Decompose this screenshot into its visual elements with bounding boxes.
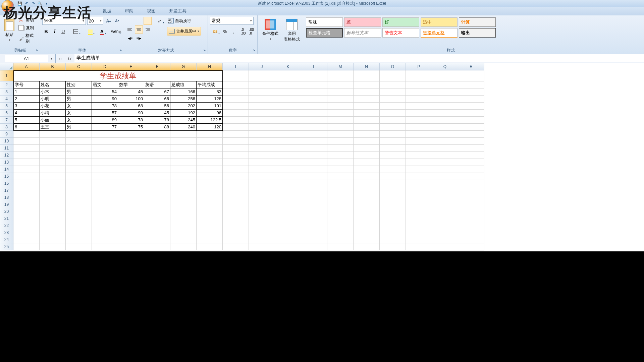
number-format-combo[interactable]: 常规▾ (210, 17, 254, 25)
column-header-J[interactable]: J (249, 63, 275, 70)
tab-data[interactable]: 数据 (101, 7, 113, 15)
number-dialog-launcher[interactable]: ⬊ (252, 49, 257, 53)
row-header-11[interactable]: 11 (0, 145, 13, 152)
column-header-Q[interactable]: Q (432, 63, 458, 70)
table-header-cell[interactable]: 性别 (66, 81, 92, 88)
style-normal[interactable]: 常规 (306, 17, 343, 27)
row-header-18[interactable]: 18 (0, 194, 13, 201)
table-cell[interactable]: 245 (170, 117, 197, 124)
table-header-cell[interactable]: 语文 (92, 81, 118, 88)
column-header-N[interactable]: N (354, 63, 380, 70)
align-left-button[interactable] (126, 25, 134, 34)
table-cell[interactable]: 78 (144, 117, 170, 124)
table-cell[interactable]: 78 (92, 103, 118, 110)
comma-button[interactable]: , (229, 27, 237, 36)
align-middle-button[interactable] (135, 17, 143, 25)
row-header-17[interactable]: 17 (0, 187, 13, 194)
table-title-cell[interactable]: 学生成绩单 (13, 70, 223, 81)
style-linked-cell[interactable]: 链接单元格 (421, 28, 458, 38)
align-bottom-button[interactable] (144, 17, 152, 25)
underline-button[interactable]: U (59, 27, 67, 36)
column-header-H[interactable]: H (197, 63, 223, 70)
row-header-20[interactable]: 20 (0, 208, 13, 215)
table-header-cell[interactable]: 学号 (13, 81, 40, 88)
row-header-9[interactable]: 9 (0, 131, 13, 138)
style-neutral[interactable]: 适中 (421, 17, 458, 27)
table-cell[interactable]: 101 (197, 103, 223, 110)
style-check-cell[interactable]: 检查单元格 (306, 28, 343, 38)
style-calculation[interactable]: 计算 (459, 17, 496, 27)
table-cell[interactable]: 192 (170, 110, 197, 117)
table-cell[interactable]: 小明 (40, 96, 66, 103)
table-cell[interactable]: 120 (197, 124, 223, 131)
table-cell[interactable]: 78 (118, 117, 144, 124)
copy-button[interactable]: 复制 (18, 24, 38, 32)
table-cell[interactable]: 96 (197, 110, 223, 117)
alignment-dialog-launcher[interactable]: ⬊ (202, 49, 207, 53)
row-header-24[interactable]: 24 (0, 236, 13, 243)
decrease-indent-button[interactable]: ◀≡ (126, 34, 134, 42)
table-cell[interactable]: 45 (118, 88, 144, 96)
font-color-button[interactable]: A (96, 27, 107, 36)
table-cell[interactable]: 6 (13, 124, 40, 131)
column-header-C[interactable]: C (66, 63, 92, 70)
column-header-B[interactable]: B (40, 63, 66, 70)
table-cell[interactable]: 女 (66, 117, 92, 124)
border-button[interactable] (70, 27, 82, 36)
table-cell[interactable]: 83 (197, 88, 223, 96)
fill-handle[interactable] (222, 130, 224, 132)
table-cell[interactable]: 202 (170, 103, 197, 110)
column-header-I[interactable]: I (223, 63, 249, 70)
row-header-16[interactable]: 16 (0, 180, 13, 187)
column-header-R[interactable]: R (458, 63, 484, 70)
table-header-cell[interactable]: 姓名 (40, 81, 66, 88)
column-header-L[interactable]: L (301, 63, 327, 70)
table-header-cell[interactable]: 英语 (144, 81, 170, 88)
clipboard-dialog-launcher[interactable]: ⬊ (35, 49, 39, 53)
conditional-format-button[interactable]: 条件格式 ▾ (260, 17, 280, 42)
table-cell[interactable]: 小丽 (40, 117, 66, 124)
style-warning[interactable]: 警告文本 (382, 28, 419, 38)
row-header-1[interactable]: 1 (0, 70, 13, 81)
table-cell[interactable]: 166 (170, 88, 197, 96)
table-cell[interactable]: 2 (13, 96, 40, 103)
row-header-2[interactable]: 2 (0, 81, 13, 88)
style-good[interactable]: 好 (382, 17, 419, 27)
table-cell[interactable]: 1 (13, 88, 40, 96)
tab-view[interactable]: 视图 (145, 7, 158, 15)
fx-icon[interactable]: fx (65, 56, 74, 61)
row-header-14[interactable]: 14 (0, 166, 13, 173)
column-header-E[interactable]: E (118, 63, 144, 70)
table-cell[interactable]: 67 (144, 88, 170, 96)
decrease-decimal-button[interactable]: .00.0 (248, 27, 255, 36)
align-center-button[interactable] (135, 25, 143, 34)
row-header-5[interactable]: 5 (0, 103, 13, 110)
table-cell[interactable]: 122.5 (197, 117, 223, 124)
table-cell[interactable]: 54 (92, 88, 118, 96)
table-cell[interactable]: 75 (118, 124, 144, 131)
column-header-P[interactable]: P (406, 63, 432, 70)
table-cell[interactable]: 90 (118, 110, 144, 117)
tab-developer[interactable]: 开发工具 (167, 7, 189, 15)
name-box-input[interactable] (5, 55, 48, 62)
increase-decimal-button[interactable]: .0.00 (239, 27, 247, 36)
grow-font-button[interactable]: A▴ (105, 17, 112, 25)
row-header-22[interactable]: 22 (0, 222, 13, 229)
column-header-A[interactable]: A (13, 63, 40, 70)
style-bad[interactable]: 差 (344, 17, 381, 27)
row-header-7[interactable]: 7 (0, 117, 13, 124)
table-cell[interactable]: 57 (92, 110, 118, 117)
row-header-8[interactable]: 8 (0, 124, 13, 131)
format-as-table-button[interactable]: 套用 表格格式 (282, 17, 302, 42)
table-cell[interactable]: 256 (170, 96, 197, 103)
table-header-cell[interactable]: 数学 (118, 81, 144, 88)
table-cell[interactable]: 3 (13, 103, 40, 110)
name-box[interactable]: ▾ (0, 54, 56, 63)
cells-area[interactable]: 学生成绩单学号姓名性别语文数学英语总成绩平均成绩1小木男544567166832… (13, 70, 484, 250)
table-cell[interactable]: 66 (144, 96, 170, 103)
cancel-formula-icon[interactable]: ○ (56, 56, 65, 61)
row-header-13[interactable]: 13 (0, 159, 13, 166)
column-header-G[interactable]: G (170, 63, 197, 70)
bold-button[interactable]: B (42, 27, 50, 36)
row-header-19[interactable]: 19 (0, 201, 13, 208)
